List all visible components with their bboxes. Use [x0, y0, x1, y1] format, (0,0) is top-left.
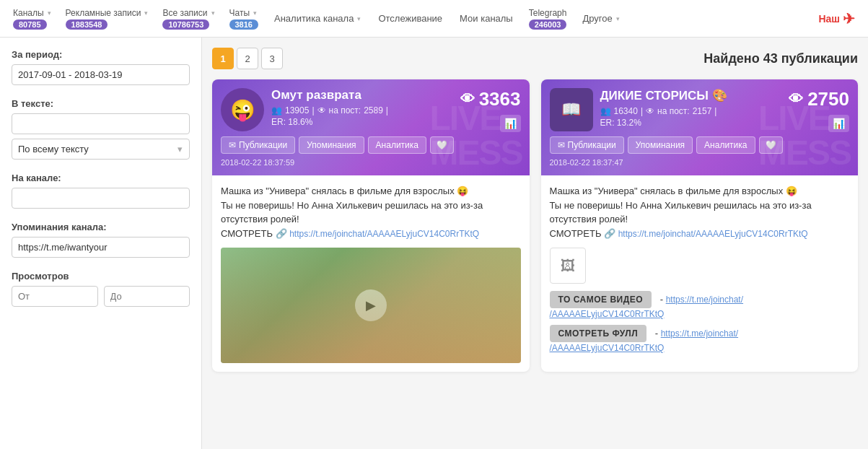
eye-icon-stat-1: 👁	[646, 106, 654, 116]
eye-icon-0: 👁	[460, 91, 475, 108]
link-row-1: СМОТРЕТЬ ФУЛЛ - https://t.me/joinchat//A…	[550, 325, 850, 353]
card-1-publish-btn[interactable]: ✉ Публикации	[550, 136, 624, 154]
card-0-vpp: 2589	[364, 105, 383, 115]
filter-mention: Упоминания канала:	[12, 222, 190, 258]
telegram-icon: ✈	[843, 10, 855, 27]
card-0-avatar: 😜	[221, 88, 264, 131]
period-label: За период:	[12, 49, 190, 60]
card-0: LIVEMESS 😜 Омут разврата 👥 13905	[212, 79, 530, 372]
card-0-header-top: 😜 Омут разврата 👥 13905 | 👁 на пост:	[221, 88, 521, 132]
filter-views: Просмотров	[12, 271, 190, 307]
card-0-er-value: 18.6%	[288, 117, 312, 127]
filter-channel: На канале:	[12, 173, 190, 209]
card-0-text: Машка из "Универа" снялась в фильме для …	[221, 184, 521, 240]
views-to-input[interactable]	[104, 286, 190, 307]
card-1-vpp: 2157	[693, 106, 712, 116]
card-1-actions: ✉ Публикации Упоминания Аналитика 🤍	[550, 136, 850, 154]
eye-icon-stat-0: 👁	[317, 105, 326, 115]
card-0-views: 👁 3363	[460, 88, 521, 110]
card-1-header-top: 📖 ДИКИЕ СТОРИСЫ 🎨 👥 16340 | 👁 на пост:	[550, 88, 850, 132]
card-1-mention-btn[interactable]: Упоминания	[628, 136, 693, 154]
nav-telegraph-badge: 246003	[529, 19, 567, 30]
card-1-views-val: 2750	[807, 88, 849, 110]
card-0-name: Омут разврата	[271, 88, 388, 103]
text-label: В тексте:	[12, 98, 190, 109]
card-0-body: Машка из "Универа" снялась в фильме для …	[212, 175, 530, 372]
link-btn-0[interactable]: ТО САМОЕ ВИДЕО	[550, 291, 652, 308]
card-0-heart-btn[interactable]: 🤍	[430, 136, 454, 154]
card-0-header: LIVEMESS 😜 Омут разврата 👥 13905	[212, 79, 530, 175]
card-1-info: ДИКИЕ СТОРИСЫ 🎨 👥 16340 | 👁 на пост: 215…	[600, 88, 727, 132]
nav-item-telegraph[interactable]: Telegraph 246003	[523, 5, 573, 32]
publish-icon-1: ✉	[558, 140, 565, 150]
nav-other-label: Другое	[582, 13, 612, 24]
sidebar: За период: В тексте: По всему тексту На …	[0, 38, 202, 449]
text-input[interactable]	[12, 113, 190, 134]
views-label: Просмотров	[12, 271, 190, 282]
nav-item-channels[interactable]: Каналы ▾ 80785	[7, 5, 57, 32]
nav-item-chats[interactable]: Чаты ▾ 3816	[224, 5, 264, 32]
nav-channels-label: Каналы	[13, 8, 44, 18]
card-1-avatar: 📖	[550, 88, 593, 131]
channel-input[interactable]	[12, 188, 190, 209]
video-overlay-0	[221, 248, 521, 363]
nav-item-other[interactable]: Другое ▾	[575, 10, 626, 27]
nav-item-tracking[interactable]: Отслеживание	[371, 10, 450, 27]
card-0-mention-btn[interactable]: Упоминания	[299, 136, 364, 154]
card-1-chart-btn[interactable]: 📊	[828, 115, 849, 132]
nav-item-my-channels[interactable]: Мои каналы	[452, 10, 520, 27]
link-row-0: ТО САМОЕ ВИДЕО - https://t.me/joinchat//…	[550, 291, 850, 319]
card-0-chart-btn[interactable]: 📊	[500, 115, 521, 132]
page-btn-2[interactable]: 2	[237, 48, 258, 69]
text-scope-select[interactable]: По всему тексту	[12, 139, 190, 160]
nav-ad-badge: 1883548	[66, 19, 108, 30]
top-nav: Каналы ▾ 80785 Рекламные записи ▾ 188354…	[0, 0, 868, 38]
nav-chats-label: Чаты	[229, 8, 250, 18]
nav-all-label: Все записи	[162, 8, 207, 18]
nav-analytics-chevron: ▾	[357, 15, 361, 22]
card-1-timestamp: 2018-02-22 18:37:47	[550, 158, 850, 167]
page-btn-3[interactable]: 3	[261, 48, 283, 69]
eye-icon-1: 👁	[789, 91, 803, 108]
card-1-image-box: 🖼	[550, 248, 586, 284]
nav-all-chevron: ▾	[211, 9, 215, 17]
period-input[interactable]	[12, 64, 190, 85]
views-from-input[interactable]	[12, 286, 98, 307]
link-btn-1[interactable]: СМОТРЕТЬ ФУЛЛ	[550, 325, 647, 342]
filter-text: В тексте: По всему тексту	[12, 98, 190, 160]
nav-brand[interactable]: Наш ✈	[812, 7, 861, 30]
mention-input[interactable]	[12, 237, 190, 258]
nav-chats-badge: 3816	[229, 19, 258, 30]
nav-my-channels-label: Мои каналы	[460, 13, 513, 24]
card-1: LIVEMESS 📖 ДИКИЕ СТОРИСЫ 🎨 👥 16340	[541, 79, 859, 372]
card-1-analytics-btn[interactable]: Аналитика	[696, 136, 755, 154]
nav-other-chevron: ▾	[616, 15, 620, 22]
card-1-right: 👁 2750 📊	[789, 88, 849, 132]
pagination: 1 2 3	[212, 48, 283, 69]
page-btn-1[interactable]: 1	[212, 48, 234, 69]
nav-channels-badge: 80785	[13, 19, 47, 30]
nav-telegraph-label: Telegraph	[529, 8, 567, 18]
card-0-analytics-btn[interactable]: Аналитика	[368, 136, 426, 154]
nav-item-analytics[interactable]: Аналитика канала ▾	[267, 10, 368, 27]
main-layout: За период: В тексте: По всему тексту На …	[0, 38, 868, 449]
card-0-info: Омут разврата 👥 13905 | 👁 на пост: 2589 …	[271, 88, 388, 131]
card-1-link[interactable]: https://t.me/joinchat/AAAAAELyjuCV14C0Rr…	[618, 229, 808, 239]
card-0-link[interactable]: https://t.me/joinchat/AAAAAELyjuCV14C0Rr…	[289, 229, 479, 239]
nav-item-ad-posts[interactable]: Рекламные записи ▾ 1883548	[60, 5, 154, 32]
mention-label: Упоминания канала:	[12, 222, 190, 232]
content-area: 1 2 3 Найдено 43 публикации LIVEMESS 😜	[202, 38, 868, 449]
card-1-name: ДИКИЕ СТОРИСЫ 🎨	[600, 88, 727, 103]
card-1-heart-btn[interactable]: 🤍	[759, 136, 783, 154]
nav-ad-chevron: ▾	[144, 9, 148, 17]
card-1-text: Машка из "Универа" снялась в фильме для …	[550, 184, 850, 240]
card-1-header: LIVEMESS 📖 ДИКИЕ СТОРИСЫ 🎨 👥 16340	[541, 79, 859, 175]
channel-label: На канале:	[12, 173, 190, 183]
card-1-er-value: 13.2%	[617, 118, 641, 128]
nav-channels-chevron: ▾	[48, 9, 51, 17]
card-0-publish-btn[interactable]: ✉ Публикации	[221, 136, 295, 154]
nav-tracking-label: Отслеживание	[378, 13, 442, 24]
card-0-timestamp: 2018-02-22 18:37:59	[221, 158, 521, 167]
avatar-0-img: 😜	[230, 98, 255, 122]
nav-item-all-posts[interactable]: Все записи ▾ 10786753	[157, 5, 220, 32]
